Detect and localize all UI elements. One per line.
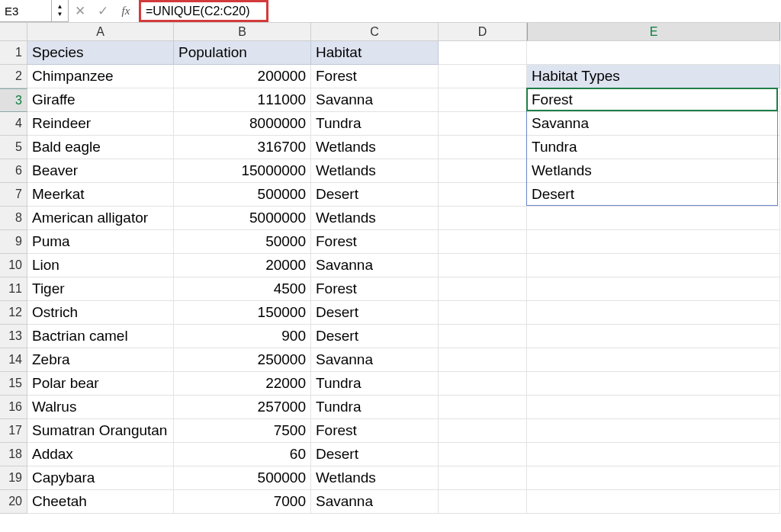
cell-C13[interactable]: Desert <box>311 325 439 348</box>
cell-A17[interactable]: Sumatran Orangutan <box>27 419 174 443</box>
row-header-19[interactable]: 19 <box>0 466 27 490</box>
spreadsheet-grid[interactable]: ABCDE1SpeciesPopulationHabitat2Chimpanze… <box>0 23 781 514</box>
cell-B5[interactable]: 316700 <box>174 136 311 159</box>
column-header-A[interactable]: A <box>27 23 174 41</box>
cell-B13[interactable]: 900 <box>174 325 311 348</box>
row-header-12[interactable]: 12 <box>0 301 27 325</box>
row-header-13[interactable]: 13 <box>0 325 27 348</box>
cell-D16[interactable] <box>439 396 527 419</box>
row-header-14[interactable]: 14 <box>0 348 27 372</box>
cell-C11[interactable]: Forest <box>311 277 439 301</box>
cell-A7[interactable]: Meerkat <box>27 183 174 207</box>
cell-D15[interactable] <box>439 372 527 396</box>
cell-A10[interactable]: Lion <box>27 254 174 277</box>
row-header-15[interactable]: 15 <box>0 372 27 396</box>
name-box[interactable]: E3 <box>0 0 52 22</box>
cell-C1[interactable]: Habitat <box>311 41 439 65</box>
cell-A11[interactable]: Tiger <box>27 277 174 301</box>
cell-E12[interactable] <box>527 301 780 325</box>
cell-A1[interactable]: Species <box>27 41 174 65</box>
cell-C10[interactable]: Savanna <box>311 254 439 277</box>
row-header-7[interactable]: 7 <box>0 183 27 207</box>
cell-E20[interactable] <box>527 490 780 514</box>
cell-C15[interactable]: Tundra <box>311 372 439 396</box>
cell-A8[interactable]: American alligator <box>27 207 174 230</box>
cell-E6[interactable]: Wetlands <box>527 159 780 183</box>
fx-icon[interactable]: fx <box>114 0 137 22</box>
cell-A20[interactable]: Cheetah <box>27 490 174 514</box>
row-header-4[interactable]: 4 <box>0 112 27 136</box>
cell-D2[interactable] <box>439 65 527 88</box>
row-header-8[interactable]: 8 <box>0 207 27 230</box>
formula-input[interactable]: =UNIQUE(C2:C20) <box>139 0 268 22</box>
cell-B11[interactable]: 4500 <box>174 277 311 301</box>
cell-E16[interactable] <box>527 396 780 419</box>
row-header-6[interactable]: 6 <box>0 159 27 183</box>
cell-C9[interactable]: Forest <box>311 230 439 254</box>
cell-A6[interactable]: Beaver <box>27 159 174 183</box>
name-box-dropdown[interactable]: ▲ ▼ <box>52 0 69 22</box>
cell-E10[interactable] <box>527 254 780 277</box>
cell-B6[interactable]: 15000000 <box>174 159 311 183</box>
row-header-2[interactable]: 2 <box>0 65 27 88</box>
cell-C16[interactable]: Tundra <box>311 396 439 419</box>
cell-A3[interactable]: Giraffe <box>27 88 174 112</box>
cell-D13[interactable] <box>439 325 527 348</box>
row-header-5[interactable]: 5 <box>0 136 27 159</box>
cell-D11[interactable] <box>439 277 527 301</box>
cell-D6[interactable] <box>439 159 527 183</box>
cell-A5[interactable]: Bald eagle <box>27 136 174 159</box>
cell-C12[interactable]: Desert <box>311 301 439 325</box>
column-header-E[interactable]: E <box>527 23 780 41</box>
cell-E5[interactable]: Tundra <box>527 136 780 159</box>
cell-D19[interactable] <box>439 466 527 490</box>
row-header-20[interactable]: 20 <box>0 490 27 514</box>
cell-D14[interactable] <box>439 348 527 372</box>
row-header-9[interactable]: 9 <box>0 230 27 254</box>
cell-B15[interactable]: 22000 <box>174 372 311 396</box>
column-header-C[interactable]: C <box>311 23 439 41</box>
column-header-B[interactable]: B <box>174 23 311 41</box>
row-header-18[interactable]: 18 <box>0 443 27 466</box>
cell-B9[interactable]: 50000 <box>174 230 311 254</box>
cell-D17[interactable] <box>439 419 527 443</box>
cell-C3[interactable]: Savanna <box>311 88 439 112</box>
cell-B1[interactable]: Population <box>174 41 311 65</box>
cell-A2[interactable]: Chimpanzee <box>27 65 174 88</box>
row-header-17[interactable]: 17 <box>0 419 27 443</box>
cell-C7[interactable]: Desert <box>311 183 439 207</box>
cell-B8[interactable]: 5000000 <box>174 207 311 230</box>
row-header-16[interactable]: 16 <box>0 396 27 419</box>
cell-C20[interactable]: Savanna <box>311 490 439 514</box>
cell-E11[interactable] <box>527 277 780 301</box>
cell-D3[interactable] <box>439 88 527 112</box>
cell-B7[interactable]: 500000 <box>174 183 311 207</box>
cell-C2[interactable]: Forest <box>311 65 439 88</box>
cell-C5[interactable]: Wetlands <box>311 136 439 159</box>
cell-A15[interactable]: Polar bear <box>27 372 174 396</box>
cell-B16[interactable]: 257000 <box>174 396 311 419</box>
cell-B18[interactable]: 60 <box>174 443 311 466</box>
cell-E7[interactable]: Desert <box>527 183 780 207</box>
cell-E19[interactable] <box>527 466 780 490</box>
cell-A14[interactable]: Zebra <box>27 348 174 372</box>
cell-A9[interactable]: Puma <box>27 230 174 254</box>
cell-A18[interactable]: Addax <box>27 443 174 466</box>
cell-D9[interactable] <box>439 230 527 254</box>
column-header-D[interactable]: D <box>439 23 527 41</box>
cell-E18[interactable] <box>527 443 780 466</box>
cell-E15[interactable] <box>527 372 780 396</box>
cell-E4[interactable]: Savanna <box>527 112 780 136</box>
cell-A16[interactable]: Walrus <box>27 396 174 419</box>
cell-E9[interactable] <box>527 230 780 254</box>
row-header-3[interactable]: 3 <box>0 88 27 112</box>
row-header-1[interactable]: 1 <box>0 41 27 65</box>
cell-E17[interactable] <box>527 419 780 443</box>
cell-B10[interactable]: 20000 <box>174 254 311 277</box>
cell-B12[interactable]: 150000 <box>174 301 311 325</box>
cell-D5[interactable] <box>439 136 527 159</box>
cell-D12[interactable] <box>439 301 527 325</box>
cell-D1[interactable] <box>439 41 527 65</box>
cell-C14[interactable]: Savanna <box>311 348 439 372</box>
cell-D10[interactable] <box>439 254 527 277</box>
